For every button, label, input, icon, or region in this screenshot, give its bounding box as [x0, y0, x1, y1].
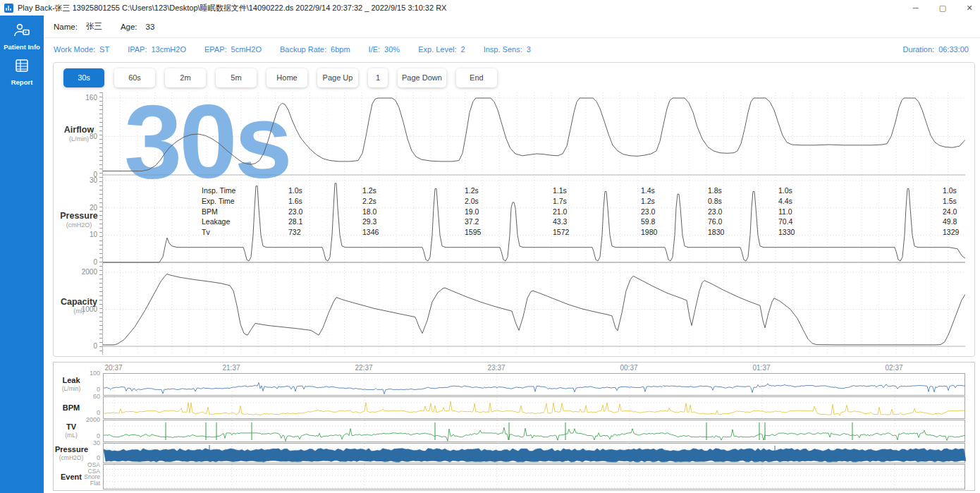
- overview-plot-pressure: [103, 443, 965, 463]
- timebase-button-page-down[interactable]: Page Down: [398, 68, 446, 87]
- timebase-button-30s[interactable]: 30s: [63, 68, 104, 87]
- param-insp-sens: Insp. Sens:3: [484, 45, 531, 54]
- sidebar-item-label: Report: [0, 78, 44, 86]
- name-label: Name:: [54, 23, 78, 31]
- breath-value: 1595: [465, 228, 481, 236]
- breath-value: 1.1s: [553, 186, 567, 195]
- param-i/e: I/E:30%: [369, 45, 400, 54]
- capacity-tick: 2000: [66, 268, 97, 276]
- breath-value: 1330: [778, 228, 795, 236]
- timebase-button-60s[interactable]: 60s: [114, 68, 155, 87]
- breath-value: 1572: [553, 228, 569, 236]
- waveform-panel: 30s60s2m5mHomePage Up1Page DownEnd Airfl…: [53, 62, 975, 357]
- breath-value: 1329: [943, 228, 959, 236]
- title-bar: Play Back-张三 13925801255 C:\Users\123\De…: [0, 0, 980, 16]
- timebase-button-5m[interactable]: 5m: [216, 68, 257, 87]
- patient-info-bar: Name: 张三 Age: 33: [44, 16, 980, 38]
- param-exp-level: Exp. Level:2: [418, 45, 465, 54]
- timebase-button-page-up[interactable]: Page Up: [317, 68, 358, 87]
- timebase-button-2m[interactable]: 2m: [165, 68, 206, 87]
- timebase-toolbar: 30s60s2m5mHomePage Up1Page DownEnd: [63, 68, 497, 87]
- capacity-tick: 1000: [66, 305, 97, 313]
- pressure-unit: (cmH2O): [58, 221, 100, 229]
- overview-tick: Flat: [82, 480, 100, 487]
- overview-tick: 0: [82, 409, 100, 416]
- breath-value: 2.0s: [465, 197, 479, 205]
- timebase-button-end[interactable]: End: [456, 68, 497, 87]
- overview-plot-tv: [103, 420, 965, 442]
- param-backup-rate: Backup Rate:6bpm: [280, 45, 350, 54]
- overview-tick: 0: [82, 432, 100, 439]
- breath-row-label: Exp. Time: [202, 197, 235, 205]
- breath-value: 732: [288, 228, 301, 236]
- ventilation-params-bar: Work Mode:STIPAP:13cmH2OEPAP:5cmH2OBacku…: [44, 38, 980, 61]
- breath-value: 1.0s: [778, 186, 792, 195]
- chart-label-pressure: Pressure(cmH2O): [58, 211, 100, 229]
- param-ipap: IPAP:13cmH2O: [128, 45, 186, 54]
- patient-info-icon: [12, 29, 32, 41]
- app-icon: [4, 4, 13, 13]
- breath-value: 1.2s: [362, 186, 376, 195]
- pressure-title: Pressure: [58, 211, 100, 221]
- breath-value: 4.4s: [778, 197, 792, 205]
- overview-tick: 2000: [82, 416, 100, 423]
- sidebar: Patient Info Report: [0, 16, 44, 493]
- breath-value: 18.0: [362, 207, 376, 216]
- overview-tick: 60: [82, 393, 100, 400]
- breath-row-label: Leakage: [202, 217, 230, 226]
- overview-tick: 100: [82, 370, 100, 377]
- pressure-tick: 30: [66, 176, 97, 184]
- breath-data-table: Insp. Time1.0s1.2s1.2s1.1s1.4s1.8s1.0s1.…: [152, 122, 980, 384]
- pressure-tick: 0: [66, 258, 97, 266]
- breath-value: 23.0: [708, 207, 722, 216]
- overview-tick: 30: [82, 439, 100, 446]
- breath-value: 76.0: [708, 217, 722, 226]
- y-axis-line: [102, 92, 103, 355]
- breath-value: 49.8: [943, 217, 957, 226]
- duration-label: Duration:: [903, 45, 935, 54]
- breath-value: 21.0: [553, 207, 567, 216]
- minimize-button[interactable]: ─: [911, 4, 921, 12]
- breath-value: 59.8: [641, 217, 655, 226]
- page-number-button[interactable]: 1: [368, 68, 388, 87]
- breath-value: 37.2: [465, 217, 479, 226]
- maximize-button[interactable]: ▢: [938, 4, 948, 13]
- breath-value: 23.0: [641, 207, 655, 216]
- breath-value: 1.5s: [943, 197, 957, 205]
- overview-tick: 0: [82, 386, 100, 393]
- breath-value: 1830: [708, 228, 724, 236]
- breath-value: 2.2s: [362, 197, 376, 205]
- patient-age: 33: [146, 23, 155, 31]
- breath-value: 1346: [362, 228, 379, 236]
- pressure-tick: 20: [66, 204, 97, 212]
- breath-value: 1.0s: [288, 186, 302, 195]
- sidebar-item-patient-info[interactable]: Patient Info: [0, 22, 44, 51]
- breath-row-label: BPM: [202, 207, 218, 216]
- breath-row-label: Insp. Time: [202, 186, 235, 195]
- breath-value: 1.8s: [708, 186, 722, 195]
- breath-value: 1.4s: [641, 186, 655, 195]
- breath-value: 1.0s: [943, 186, 957, 195]
- patient-name: 张三: [86, 21, 102, 32]
- airflow-tick: 80: [66, 133, 97, 140]
- timebase-button-home[interactable]: Home: [267, 68, 307, 87]
- window-title: Play Back-张三 13925801255 C:\Users\123\De…: [18, 3, 446, 13]
- breath-value: 19.0: [465, 207, 479, 216]
- waveform-plot-area: 30s Insp. Time1.0s1.2s1.2s1.1s1.4s1.8s1.…: [103, 92, 965, 355]
- breath-value: 28.1: [288, 217, 302, 226]
- breath-value: 23.0: [288, 207, 302, 216]
- overview-plot-event: [103, 464, 965, 489]
- breath-value: 24.0: [943, 207, 957, 216]
- sidebar-item-report[interactable]: Report: [0, 57, 44, 86]
- overview-tick: 0: [82, 454, 100, 461]
- time-label: 20:37: [104, 364, 122, 372]
- duration: Duration: 06:33:00: [903, 38, 969, 61]
- breath-value: 1.6s: [288, 197, 302, 205]
- breath-value: 43.3: [553, 217, 567, 226]
- breath-value: 0.8s: [708, 197, 722, 205]
- close-button[interactable]: ✕: [964, 4, 974, 13]
- breath-value: 1.2s: [641, 197, 655, 205]
- overview-label-tv: TV: [55, 422, 87, 431]
- breath-value: 11.0: [778, 207, 792, 216]
- breath-value: 1.7s: [553, 197, 567, 205]
